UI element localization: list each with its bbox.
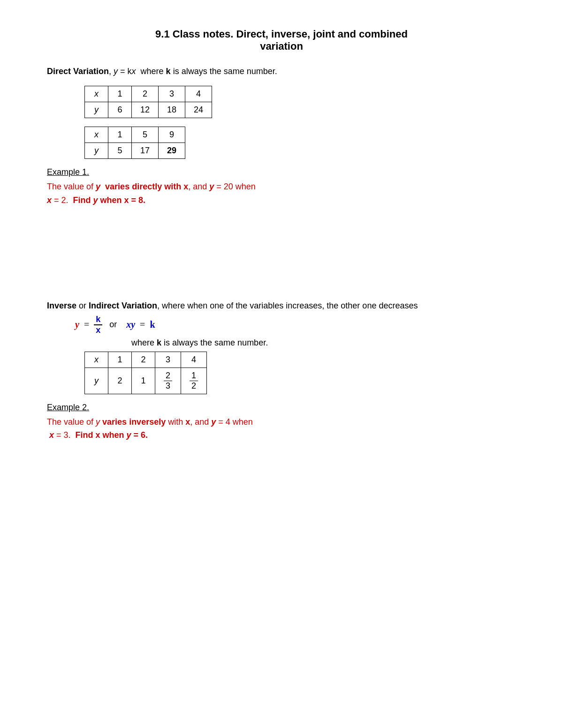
direct-variation-intro: Direct Variation, y = kx where k is alwa… — [47, 67, 516, 76]
table1-col4-x: 4 — [185, 86, 212, 102]
table2-col1-x: 1 — [108, 127, 132, 143]
table1-col1-x: 1 — [108, 86, 132, 102]
table2-col2-y: 17 — [132, 143, 159, 159]
title-line2: variation — [260, 40, 303, 52]
table2-col2-x: 5 — [132, 127, 159, 143]
table1-col1-y: 6 — [108, 102, 132, 118]
inv-table-col4-x: 4 — [181, 352, 207, 368]
formula-equals: = — [84, 319, 89, 330]
example2-text: The value of y varies inversely with x, … — [47, 415, 516, 443]
inv-table-col4-y: 1 2 — [181, 368, 207, 394]
table1-col4-y: 24 — [185, 102, 212, 118]
inverse-variation-header: Inverse or Indirect Variation, where whe… — [47, 301, 516, 311]
formula-k: k — [150, 319, 155, 330]
fraction-denominator: x — [94, 325, 102, 335]
inv-table-header-x: x — [85, 352, 108, 368]
formula-fraction: k x — [94, 315, 102, 335]
formula-y: y — [75, 319, 79, 330]
formula-line: y = k x or xy = k — [75, 315, 516, 335]
fraction-2-3: 2 3 — [164, 371, 172, 391]
table1-col2-x: 2 — [132, 86, 159, 102]
inv-table-header-y: y — [85, 368, 108, 394]
example2-block: Example 2. The value of y varies inverse… — [47, 403, 516, 443]
inverse-variation-table: x 1 2 3 4 y 2 1 2 3 1 2 — [84, 352, 207, 394]
fraction-numerator: k — [94, 315, 102, 325]
inv-table-col1-x: 1 — [108, 352, 132, 368]
page-title: 9.1 Class notes. Direct, inverse, joint … — [47, 28, 516, 53]
example1-block: Example 1. The value of y varies directl… — [47, 167, 516, 207]
table2-header-y: y — [85, 143, 108, 159]
table2-col3-x: 9 — [159, 127, 185, 143]
formula-xy: xy — [126, 319, 135, 330]
spacer1 — [47, 217, 516, 301]
inv-table-col3-y: 2 3 — [155, 368, 181, 394]
inv-table-col1-y: 2 — [108, 368, 132, 394]
spacer2 — [47, 451, 516, 517]
example2-label: Example 2. — [47, 403, 516, 413]
formula-or: or — [107, 320, 122, 330]
direct-variation-table2: x 1 5 9 y 5 17 29 — [84, 127, 185, 159]
table1-col2-y: 12 — [132, 102, 159, 118]
table2-wrapper: x 1 5 9 y 5 17 29 — [84, 127, 516, 159]
table1-wrapper: x 1 2 3 4 y 6 12 18 24 — [84, 86, 516, 118]
where-text: where k is always the same number. — [131, 338, 516, 348]
table1-header-x: x — [85, 86, 108, 102]
formula-equals2: = — [140, 319, 145, 330]
table2-col1-y: 5 — [108, 143, 132, 159]
inv-table-col2-y: 1 — [132, 368, 155, 394]
example1-label: Example 1. — [47, 167, 516, 177]
table1-col3-y: 18 — [159, 102, 185, 118]
inv-table-col2-x: 2 — [132, 352, 155, 368]
example1-text: The value of y varies directly with x, a… — [47, 180, 516, 207]
table2-header-x: x — [85, 127, 108, 143]
table1-header-y: y — [85, 102, 108, 118]
direct-variation-table1: x 1 2 3 4 y 6 12 18 24 — [84, 86, 212, 118]
inv-table-col3-x: 3 — [155, 352, 181, 368]
table1-col3-x: 3 — [159, 86, 185, 102]
table2-col3-y: 29 — [159, 143, 185, 159]
direct-variation-label: Direct Variation — [47, 67, 109, 76]
fraction-1-2: 1 2 — [190, 371, 198, 391]
title-line1: 9.1 Class notes. Direct, inverse, joint … — [155, 28, 408, 40]
inverse-table-wrapper: x 1 2 3 4 y 2 1 2 3 1 2 — [84, 352, 516, 394]
